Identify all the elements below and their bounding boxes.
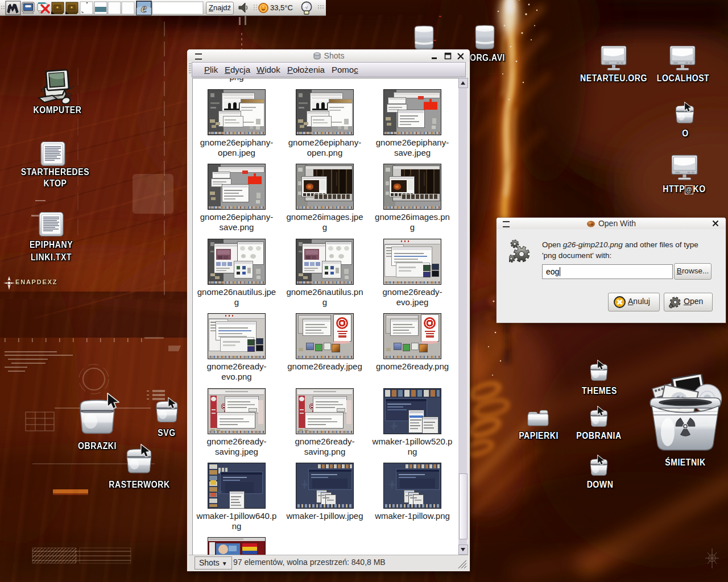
svg-text:e: e (141, 1, 147, 15)
